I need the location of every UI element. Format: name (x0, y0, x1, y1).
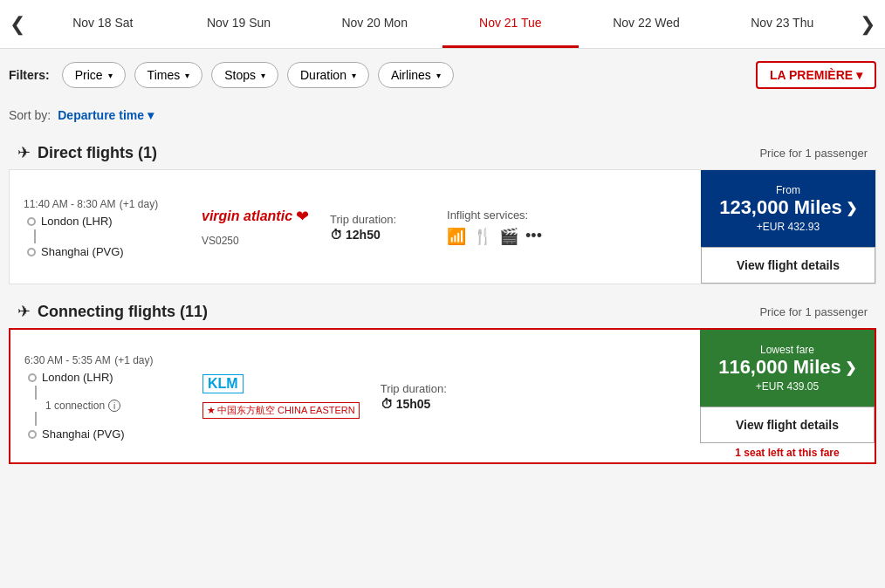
direct-miles-text: 123,000 Miles (719, 196, 842, 219)
stops-filter-chevron: ▾ (261, 71, 265, 80)
connecting-times-route: 6:30 AM - 5:35 AM (+1 day) London (LHR) … (24, 352, 182, 441)
direct-inflight-label: Inflight services: (447, 209, 560, 222)
route-line (34, 229, 36, 243)
connecting-flight-card: 6:30 AM - 5:35 AM (+1 day) London (LHR) … (10, 330, 875, 462)
direct-day-offset: (+1 day) (120, 198, 158, 210)
date-tab-nov23[interactable]: Nov 23 Thu (714, 0, 850, 48)
direct-view-details-button[interactable]: View flight details (701, 247, 875, 284)
china-eastern-logo-row: ★ 中国东方航空 CHINA EASTERN (202, 402, 360, 419)
wifi-icon: 📶 (447, 227, 466, 246)
direct-inflight: Inflight services: 📶 🍴 🎬 ••• (447, 209, 560, 246)
date-tab-nov18[interactable]: Nov 18 Sat (35, 0, 171, 48)
connecting-dest-row: Shanghai (PVG) (28, 427, 182, 441)
dest-dot (27, 248, 36, 256)
entertainment-icon: 🎬 (499, 227, 518, 246)
more-services-icon: ••• (525, 227, 542, 246)
virgin-heart-icon: ❤ (296, 207, 309, 226)
price-filter-chevron: ▾ (108, 71, 113, 80)
connecting-flight-times: 6:30 AM - 5:35 AM (+1 day) (24, 352, 182, 367)
connecting-trip-duration: Trip duration: ⏱ 15h05 (381, 382, 477, 411)
connecting-route: London (LHR) 1 connection i (24, 371, 182, 441)
sort-row: Sort by: Departure time ▾ (0, 101, 885, 133)
conn-dest-dot (28, 430, 37, 439)
direct-plane-icon: ✈ (17, 143, 31, 162)
direct-origin-row: London (LHR) (27, 215, 181, 228)
prev-date-arrow[interactable]: ❮ (0, 0, 35, 48)
connecting-duration-label: Trip duration: (381, 382, 477, 395)
connecting-day-offset: (+1 day) (114, 354, 153, 366)
direct-price-miles: 123,000 Miles ❯ (719, 196, 857, 219)
direct-flight-info: 11:40 AM - 8:30 AM (+1 day) London (LHR)… (10, 170, 701, 284)
direct-price-box[interactable]: From 123,000 Miles ❯ +EUR 432.93 (701, 170, 875, 247)
duration-filter-chevron: ▾ (352, 71, 356, 80)
filters-label: Filters: (9, 68, 50, 82)
connecting-price-miles: 116,000 Miles ❯ (718, 356, 856, 379)
connection-text: 1 connection (45, 400, 105, 412)
direct-duration-value: ⏱ 12h50 (330, 228, 426, 242)
direct-inflight-icons: 📶 🍴 🎬 ••• (447, 227, 560, 246)
connecting-duration-time: 15h05 (396, 397, 431, 411)
connecting-flight-card-wrapper: 6:30 AM - 5:35 AM (+1 day) London (LHR) … (9, 328, 876, 464)
price-filter-button[interactable]: Price ▾ (62, 62, 126, 88)
stops-filter-button[interactable]: Stops ▾ (211, 62, 278, 88)
conn-route-line-top (35, 386, 37, 400)
direct-trip-duration: Trip duration: ⏱ 12h50 (330, 213, 426, 242)
times-filter-label: Times (148, 68, 181, 82)
seat-warning: 1 seat left at this fare (700, 443, 875, 462)
date-navigation: ❮ Nov 18 Sat Nov 19 Sun Nov 20 Mon Nov 2… (0, 0, 885, 49)
direct-price-eur: +EUR 432.93 (757, 221, 820, 233)
direct-flight-card: 11:40 AM - 8:30 AM (+1 day) London (LHR)… (9, 169, 876, 284)
connecting-price-eur: +EUR 439.05 (756, 380, 819, 393)
duration-filter-button[interactable]: Duration ▾ (287, 62, 369, 88)
times-filter-chevron: ▾ (185, 71, 189, 80)
direct-miles-arrow: ❯ (846, 200, 857, 216)
connecting-plane-icon: ✈ (17, 302, 31, 321)
direct-flights-heading: ✈ Direct flights (1) Price for 1 passeng… (9, 133, 876, 169)
connecting-price-side: Lowest fare 116,000 Miles ❯ +EUR 439.05 … (700, 330, 875, 462)
direct-route: London (LHR) Shanghai (PVG) (24, 215, 181, 258)
connecting-price-lowest: Lowest fare (760, 344, 814, 356)
direct-flights-section: ✈ Direct flights (1) Price for 1 passeng… (0, 133, 885, 284)
direct-flights-title: Direct flights (1) (38, 144, 157, 162)
klm-logo: KLM (202, 374, 244, 393)
china-eastern-star: ★ (207, 405, 216, 416)
connecting-times-text: 6:30 AM - 5:35 AM (24, 354, 111, 366)
connecting-price-box[interactable]: Lowest fare 116,000 Miles ❯ +EUR 439.05 (700, 330, 875, 407)
direct-duration-label: Trip duration: (330, 213, 426, 226)
airlines-filter-chevron: ▾ (436, 71, 441, 80)
connection-info: 1 connection i (45, 400, 182, 412)
date-tab-nov19[interactable]: Nov 19 Sun (171, 0, 307, 48)
date-tabs: Nov 18 Sat Nov 19 Sun Nov 20 Mon Nov 21 … (35, 0, 850, 48)
direct-price-side: From 123,000 Miles ❯ +EUR 432.93 View fl… (701, 170, 875, 284)
connecting-clock-icon: ⏱ (381, 397, 393, 411)
connecting-miles-arrow: ❯ (845, 359, 856, 376)
sort-value-text: Departure time (58, 108, 144, 122)
direct-times-route: 11:40 AM - 8:30 AM (+1 day) London (LHR)… (24, 195, 181, 258)
sort-value[interactable]: Departure time ▾ (58, 108, 154, 122)
direct-dest-row: Shanghai (PVG) (27, 245, 181, 258)
direct-origin: London (LHR) (41, 215, 113, 228)
connecting-flights-section: ✈ Connecting flights (11) Price for 1 pa… (0, 291, 885, 464)
direct-flight-times: 11:40 AM - 8:30 AM (+1 day) (24, 195, 181, 211)
direct-clock-icon: ⏱ (330, 228, 342, 242)
airlines-filter-button[interactable]: Airlines ▾ (378, 62, 454, 88)
price-filter-label: Price (75, 68, 103, 82)
airlines-filter-label: Airlines (391, 68, 431, 82)
connecting-flights-title: Connecting flights (11) (38, 303, 208, 321)
date-tab-nov21[interactable]: Nov 21 Tue (442, 0, 579, 48)
direct-destination: Shanghai (PVG) (41, 245, 124, 258)
date-tab-nov22[interactable]: Nov 22 Wed (579, 0, 715, 48)
date-tab-nov20[interactable]: Nov 20 Mon (306, 0, 442, 48)
connection-info-icon[interactable]: i (108, 400, 120, 412)
la-premiere-label: LA PREMIÈRE ▾ (770, 68, 862, 82)
times-filter-button[interactable]: Times ▾ (134, 62, 203, 88)
connecting-miles-text: 116,000 Miles (718, 356, 841, 379)
direct-duration-time: 12h50 (346, 228, 381, 242)
next-date-arrow[interactable]: ❯ (850, 0, 885, 48)
connecting-view-details-label: View flight details (736, 418, 839, 432)
connecting-view-details-button[interactable]: View flight details (700, 407, 875, 443)
direct-times-text: 11:40 AM - 8:30 AM (24, 198, 115, 210)
connecting-flights-heading: ✈ Connecting flights (11) Price for 1 pa… (9, 291, 876, 328)
la-premiere-button[interactable]: LA PREMIÈRE ▾ (756, 61, 876, 89)
sort-label: Sort by: (9, 108, 51, 122)
